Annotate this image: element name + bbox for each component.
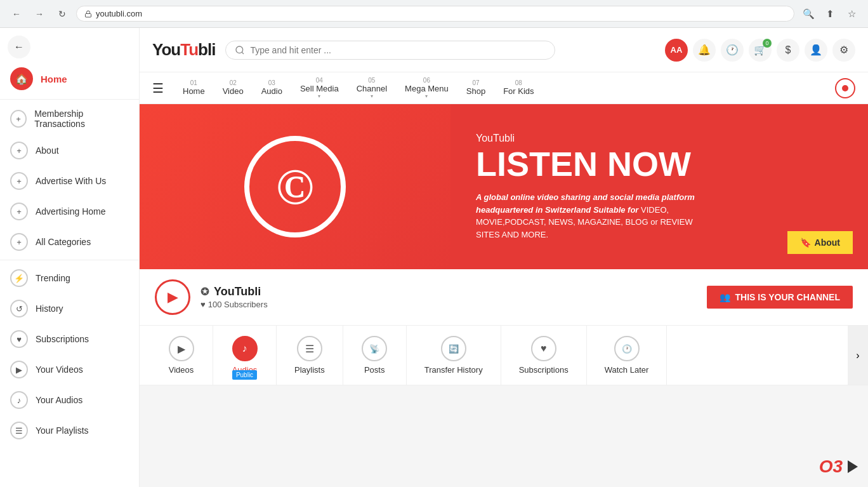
trending-icon: ⚡ <box>10 269 28 287</box>
user-avatar-button[interactable]: AA <box>665 39 688 62</box>
svg-rect-0 <box>86 13 91 17</box>
channel-details: ✪ YouTubli ♥ 100 Subscribers <box>201 285 697 309</box>
transfer-history-tab-icon: 🔄 <box>441 336 466 361</box>
hero-title: LISTEN NOW <box>476 147 843 181</box>
channel-avatar: ▶ <box>155 279 190 315</box>
dollar-button[interactable]: $ <box>777 39 799 62</box>
hero-right: YouTubli LISTEN NOW A global online vide… <box>450 104 868 269</box>
posts-tab-label: Posts <box>364 365 385 375</box>
notification-button[interactable]: 🔔 <box>693 39 716 62</box>
channel-tab-playlists[interactable]: ☰ Playlists <box>277 326 343 385</box>
person-button[interactable]: 👤 <box>805 39 827 62</box>
nav-item-channel[interactable]: 05 Channel ▾ <box>348 72 396 104</box>
sidebar-item-subscriptions[interactable]: ♥ Subscriptions <box>0 324 139 354</box>
sidebar-item-label: History <box>36 304 63 314</box>
channel-tab-subscriptions[interactable]: ♥ Subscriptions <box>501 326 587 385</box>
sidebar-item-history[interactable]: ↺ History <box>0 293 139 324</box>
sidebar-item-about[interactable]: + About <box>0 135 139 166</box>
sidebar-item-label: Your Videos <box>36 364 83 375</box>
nav-num-sell: 04 <box>316 77 323 84</box>
main-content: YouTubli AA 🔔 🕐 🛒 0 $ 👤 ⚙ ☰ <box>140 28 868 487</box>
browser-address-bar: youtubli.com <box>76 6 794 22</box>
about-icon: + <box>10 142 28 159</box>
channel-name-row: ✪ YouTubli <box>201 285 697 298</box>
browser-forward-button[interactable]: → <box>30 5 48 23</box>
nav-item-shop[interactable]: 07 Shop <box>457 72 494 104</box>
record-button[interactable] <box>835 78 855 98</box>
sidebar-divider-2 <box>0 260 139 260</box>
this-is-your-channel-label: THIS IS YOUR CHANNEL <box>735 292 840 302</box>
nav-num-kids: 08 <box>515 80 522 86</box>
bottom-corner: O3 <box>819 457 858 477</box>
playlists-tab-label: Playlists <box>294 365 325 375</box>
heart-icon: ♥ <box>201 300 206 309</box>
nav-bar: ☰ 01 Home 02 Video 03 Audio 04 Sell Medi… <box>140 72 868 104</box>
channel-tab-audios[interactable]: ♪ Audios Public <box>213 326 277 385</box>
header-icons: AA 🔔 🕐 🛒 0 $ 👤 ⚙ <box>665 39 855 62</box>
browser-bookmark-button[interactable]: ☆ <box>843 5 860 23</box>
sidebar-item-label: Your Playlists <box>36 425 89 436</box>
channel-tab-videos[interactable]: ▶ Videos <box>150 326 213 385</box>
your-playlists-icon: ☰ <box>10 422 28 439</box>
posts-tab-icon: 📡 <box>362 336 387 361</box>
nav-item-home[interactable]: 01 Home <box>174 72 214 104</box>
lock-icon <box>84 10 92 18</box>
browser-share-button[interactable]: ⬆ <box>821 5 839 23</box>
browser-toolbar-right: 🔍 ⬆ ☆ <box>799 5 860 23</box>
logo-you: You <box>152 40 180 59</box>
sidebar-item-label: Advertising Home <box>36 206 106 217</box>
tabs-next-button[interactable]: › <box>848 326 868 385</box>
nav-num-mega: 06 <box>423 77 430 84</box>
sidebar-item-membership-transactions[interactable]: + Membership Transactions <box>0 102 139 135</box>
hero-subtitle: YouTubli <box>476 133 843 144</box>
clock-button[interactable]: 🕐 <box>721 39 744 62</box>
sidebar-item-advertising-home[interactable]: + Advertising Home <box>0 196 139 227</box>
sidebar-item-your-playlists[interactable]: ☰ Your Playlists <box>0 415 139 446</box>
advertising-home-icon: + <box>10 203 28 220</box>
nav-item-video[interactable]: 02 Video <box>214 72 253 104</box>
search-input[interactable] <box>250 45 546 55</box>
corner-arrow-icon <box>848 460 858 473</box>
sidebar-item-advertise[interactable]: + Advertise With Us <box>0 166 139 196</box>
nav-item-for-kids[interactable]: 08 For Kids <box>494 72 542 104</box>
subscriber-count: 100 Subscribers <box>208 300 268 309</box>
logo-bli: bli <box>198 40 215 59</box>
sidebar-item-label: Trending <box>36 273 70 283</box>
nav-item-mega-menu[interactable]: 06 Mega Menu ▾ <box>396 72 457 104</box>
hero-about-button[interactable]: 🔖 About <box>787 231 853 254</box>
mega-menu-arrow: ▾ <box>425 93 428 99</box>
channel-tab-transfer-history[interactable]: 🔄 Transfer History <box>407 326 501 385</box>
browser-search-button[interactable]: 🔍 <box>799 5 817 23</box>
history-icon: ↺ <box>10 300 28 317</box>
videos-tab-label: Videos <box>169 365 194 375</box>
channel-tab-watch-later[interactable]: 🕐 Watch Later <box>587 326 667 385</box>
sidebar-item-label: About <box>36 145 59 156</box>
browser-chrome: ← → ↻ youtubli.com 🔍 ⬆ ☆ <box>0 0 868 28</box>
all-categories-icon: + <box>10 233 28 251</box>
logo-tu: Tu <box>180 40 198 59</box>
search-bar <box>225 41 555 60</box>
settings-button[interactable]: ⚙ <box>832 39 855 62</box>
hero-about-label: About <box>815 237 840 248</box>
subscriptions-tab-icon: ♥ <box>531 336 556 361</box>
play-icon: ▶ <box>168 289 178 305</box>
sidebar-back-button[interactable]: ← <box>8 36 30 58</box>
sidebar-item-home[interactable]: 🏠 Home <box>0 61 139 97</box>
nav-item-sell-media[interactable]: 04 Sell Media ▾ <box>291 72 348 104</box>
channel-tabs: ▶ Videos ♪ Audios Public ☰ Playlists 📡 P… <box>150 326 858 385</box>
nav-item-audio[interactable]: 03 Audio <box>253 72 291 104</box>
sidebar-item-trending[interactable]: ⚡ Trending <box>0 263 139 293</box>
svg-line-2 <box>242 52 244 54</box>
browser-reload-button[interactable]: ↻ <box>53 5 71 23</box>
this-is-your-channel-button[interactable]: 👥 THIS IS YOUR CHANNEL <box>707 286 853 309</box>
cart-badge: 0 <box>763 39 772 48</box>
sidebar-item-your-videos[interactable]: ▶ Your Videos <box>0 354 139 385</box>
audios-tab-badge: Public <box>232 370 257 380</box>
hamburger-button[interactable]: ☰ <box>152 81 174 96</box>
sidebar-item-all-categories[interactable]: + All Categories <box>0 227 139 257</box>
channel-tab-posts[interactable]: 📡 Posts <box>343 326 407 385</box>
hero-logo-big: © <box>244 136 346 237</box>
browser-back-button[interactable]: ← <box>8 5 25 23</box>
sidebar-item-your-audios[interactable]: ♪ Your Audios <box>0 385 139 415</box>
cart-button[interactable]: 🛒 0 <box>749 39 772 62</box>
